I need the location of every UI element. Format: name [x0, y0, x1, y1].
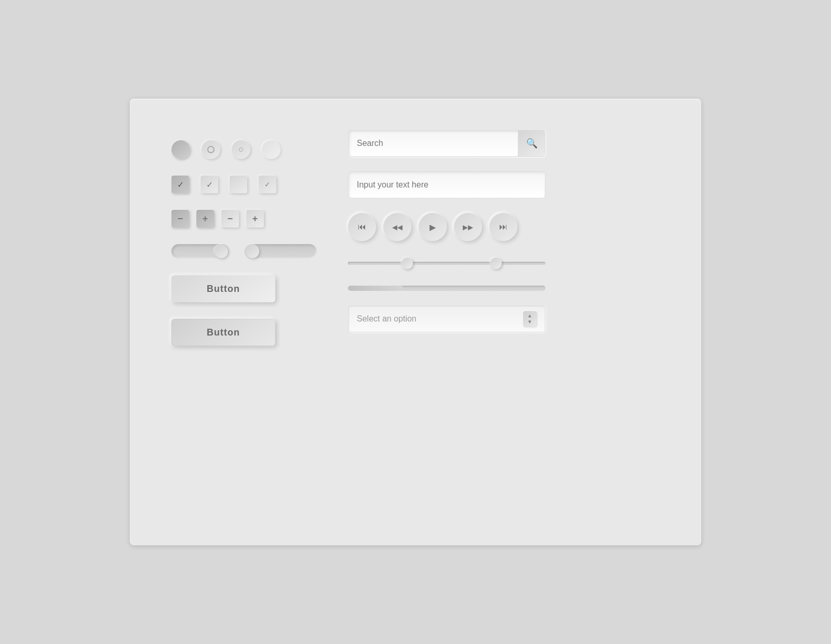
search-button[interactable]: 🔍	[518, 130, 545, 156]
select-arrows-icon: ▲ ▼	[523, 311, 537, 327]
fast-forward-icon: ▶▶	[463, 223, 473, 231]
checkbox-checked-light[interactable]: ✓	[200, 176, 218, 193]
fast-forward-button[interactable]: ▶▶	[454, 213, 482, 241]
range-track	[348, 262, 545, 265]
rewind-icon: ◀◀	[392, 223, 403, 231]
search-input[interactable]	[349, 130, 518, 156]
stepper-minus-light[interactable]: −	[221, 210, 239, 227]
checkbox-unchecked[interactable]	[230, 176, 247, 193]
stepper-group: − + − +	[171, 210, 317, 227]
toggle-thumb-1	[215, 245, 228, 258]
skip-back-icon: ⏮	[358, 222, 366, 232]
rewind-button[interactable]: ◀◀	[383, 213, 411, 241]
radio-button-filled[interactable]	[171, 140, 190, 159]
stepper-minus-dark[interactable]: −	[171, 210, 189, 227]
toggle-switch-1[interactable]	[171, 244, 229, 259]
range-slider[interactable]	[348, 256, 545, 271]
skip-back-button[interactable]: ⏮	[348, 213, 376, 241]
ui-kit-card: ✓ ✓ ✓ − + − + Button Button	[130, 99, 701, 545]
skip-forward-icon: ⏭	[499, 222, 507, 232]
checkbox-group: ✓ ✓ ✓	[171, 176, 317, 193]
select-dropdown[interactable]: Select an option ▲ ▼	[348, 305, 545, 332]
left-column: ✓ ✓ ✓ − + − + Button Button	[171, 130, 317, 514]
range-thumb-1[interactable]	[401, 258, 413, 269]
search-bar: 🔍	[348, 130, 545, 157]
checkbox-checked-outline[interactable]: ✓	[259, 176, 276, 193]
media-player-controls: ⏮ ◀◀ ▶ ▶▶ ⏭	[348, 213, 660, 241]
button-2[interactable]: Button	[171, 319, 275, 346]
skip-forward-button[interactable]: ⏭	[489, 213, 517, 241]
checkbox-checked-dark[interactable]: ✓	[171, 176, 189, 193]
button-1[interactable]: Button	[171, 275, 275, 302]
arrow-up-icon: ▲	[527, 313, 532, 318]
progress-fill	[348, 286, 403, 291]
radio-button-outline-sm[interactable]	[232, 140, 250, 159]
search-icon: 🔍	[526, 138, 538, 149]
stepper-plus-light[interactable]: +	[246, 210, 264, 227]
stepper-plus-dark[interactable]: +	[196, 210, 214, 227]
radio-button-outline[interactable]	[202, 140, 220, 159]
toggle-thumb-2	[246, 245, 259, 258]
play-button[interactable]: ▶	[419, 213, 447, 241]
right-column: 🔍 ⏮ ◀◀ ▶ ▶▶ ⏭	[348, 130, 660, 514]
toggle-group	[171, 244, 317, 259]
radio-group	[171, 140, 317, 159]
progress-bar	[348, 286, 545, 291]
play-icon: ▶	[430, 222, 436, 232]
arrow-down-icon: ▼	[527, 319, 532, 325]
text-input[interactable]	[348, 171, 545, 198]
radio-button-flat[interactable]	[262, 140, 280, 159]
range-thumb-2[interactable]	[490, 258, 502, 269]
toggle-switch-2[interactable]	[245, 244, 317, 259]
select-placeholder: Select an option	[357, 314, 417, 324]
